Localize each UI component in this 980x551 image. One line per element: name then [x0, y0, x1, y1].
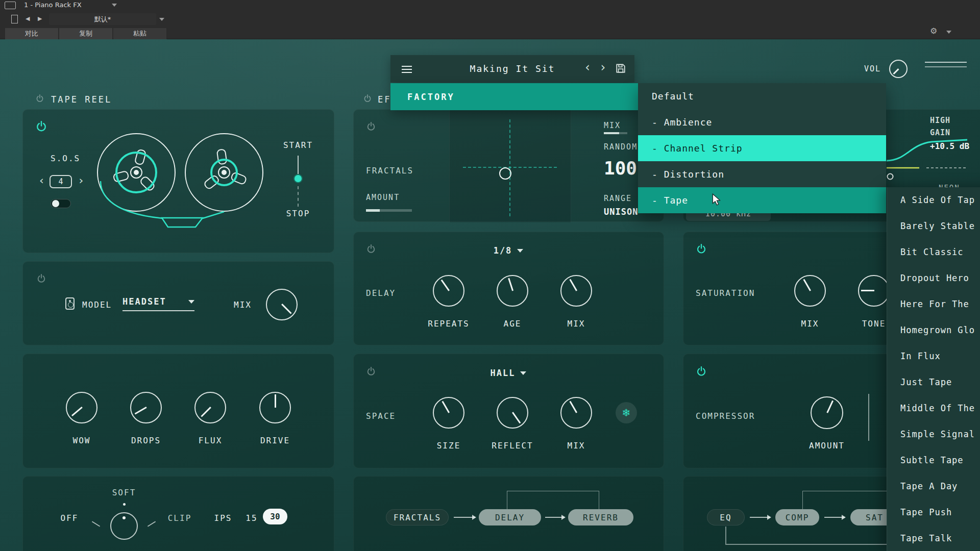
delay-mix-knob[interactable] — [560, 275, 592, 307]
menu-item-ambience[interactable]: - Ambience — [638, 109, 886, 135]
size-label: SIZE — [437, 441, 461, 450]
ips-15-option[interactable]: 15 — [246, 513, 257, 523]
wow-knob[interactable] — [66, 392, 97, 423]
save-icon[interactable] — [615, 63, 626, 74]
fractals-amount-slider[interactable] — [366, 209, 412, 212]
preset-dropdown-arrow-icon[interactable] — [159, 18, 164, 21]
model-value: HEADSET — [122, 296, 166, 307]
age-knob[interactable] — [497, 275, 528, 307]
fractals-mix-slider[interactable] — [604, 132, 627, 134]
submenu-item[interactable]: Homegrown Glo — [887, 317, 980, 343]
chain-eq-label: EQ — [720, 513, 731, 522]
preset-name: 默认* — [94, 15, 111, 24]
submenu-item[interactable]: Tape A Day — [887, 473, 980, 499]
model-mix-label: MIX — [234, 300, 252, 310]
reflect-knob[interactable] — [497, 397, 528, 429]
range-value[interactable]: UNISON — [604, 207, 638, 217]
size-knob[interactable] — [433, 397, 464, 429]
submenu-item[interactable]: Barely Stable — [887, 213, 980, 239]
softclip-knob[interactable] — [110, 512, 138, 540]
chain-eq-pill[interactable]: EQ — [707, 509, 745, 525]
clip-label: CLIP — [168, 513, 192, 523]
model-mix-knob[interactable] — [266, 289, 298, 320]
tape-reel-section-title: TAPE REEL — [51, 94, 112, 105]
flux-knob[interactable] — [194, 392, 226, 423]
submenu-item[interactable]: Simple Signal — [887, 421, 980, 447]
sat-tone-knob[interactable] — [858, 275, 890, 307]
fractals-label: FRACTALS — [366, 166, 413, 176]
effects-routing-card: FRACTALS DELAY REVERB — [353, 476, 664, 551]
chain-comp-pill[interactable]: COMP — [775, 509, 819, 525]
comp-meter — [868, 394, 869, 441]
tape-reels-graphic[interactable] — [23, 110, 335, 254]
submenu-item[interactable]: Subtle Tape — [887, 447, 980, 473]
submenu-item[interactable]: In Flux — [887, 343, 980, 369]
submenu-item[interactable]: Middle Of The — [887, 395, 980, 421]
clip-tick — [148, 521, 156, 527]
menu-category-factory[interactable]: FACTORY — [390, 83, 638, 110]
gear-icon[interactable]: ⚙ — [930, 26, 937, 36]
repeats-knob[interactable] — [433, 275, 464, 307]
ips-30-option[interactable]: 30 — [263, 509, 287, 524]
submenu-item[interactable]: Tape Talk — [887, 525, 980, 551]
sat-mix-knob[interactable] — [794, 275, 826, 307]
menu-item-channel-strip[interactable]: - Channel Strip — [638, 135, 886, 161]
copy-button[interactable]: 复制 — [59, 28, 113, 39]
delay-time-select[interactable]: 1/8 — [480, 245, 536, 256]
effects-power-icon[interactable] — [363, 94, 372, 103]
drops-knob[interactable] — [130, 392, 162, 423]
submenu-item[interactable]: Bit Classic — [887, 239, 980, 265]
saturation-module-power[interactable] — [696, 244, 706, 254]
ips-label: IPS — [214, 513, 232, 523]
chain-comp-label: COMP — [786, 513, 810, 522]
softclip-card: SOFT OFF CLIP IPS 15 30 — [22, 476, 334, 551]
preset-back-button[interactable]: ◀ — [26, 15, 30, 22]
chain-reverb-pill[interactable]: REVERB — [568, 509, 633, 525]
paste-button[interactable]: 粘贴 — [113, 28, 167, 39]
chain-delay-pill[interactable]: DELAY — [479, 509, 541, 525]
menu-item-distortion[interactable]: - Distortion — [638, 161, 886, 187]
model-card: MODEL HEADSET MIX — [22, 261, 334, 345]
xy-crosshair-v — [509, 119, 510, 216]
random-value[interactable]: 100 — [604, 158, 637, 179]
menu-item-default[interactable]: Default — [638, 83, 886, 109]
delay-time-value: 1/8 — [494, 245, 512, 256]
drive-knob[interactable] — [259, 392, 291, 423]
space-module-power[interactable] — [366, 367, 376, 376]
vol-label: VOL — [864, 64, 881, 73]
submenu-item[interactable]: Just Tape — [887, 369, 980, 395]
preset-field[interactable]: 默认* — [49, 13, 156, 25]
prev-preset-button[interactable]: ‹ — [584, 60, 591, 74]
chain-fractals-pill[interactable]: FRACTALS — [386, 509, 449, 525]
document-icon[interactable] — [11, 15, 18, 23]
instance-selector[interactable]: 1 - Piano Rack FX — [24, 1, 82, 9]
transport-track-bottom[interactable] — [298, 186, 299, 207]
compare-button[interactable]: 对比 — [5, 28, 59, 39]
tape-reel-power-icon[interactable] — [36, 94, 44, 103]
freeze-button[interactable]: ❄ — [616, 402, 637, 423]
submenu-item[interactable]: Dropout Hero — [887, 265, 980, 291]
xy-handle[interactable] — [499, 167, 511, 180]
compressor-module-power[interactable] — [696, 366, 706, 377]
submenu-item[interactable]: A Side Of Tap — [887, 187, 980, 213]
submenu-item[interactable]: Tape Push — [887, 499, 980, 525]
fractals-module-power[interactable] — [366, 122, 376, 131]
transport-handle[interactable] — [293, 174, 303, 183]
menu-item-tape[interactable]: - Tape — [638, 187, 886, 213]
host-menu-arrow-icon[interactable] — [946, 31, 951, 34]
submenu-item[interactable]: Here For The — [887, 291, 980, 317]
delay-module-power[interactable] — [366, 244, 376, 254]
model-select[interactable]: HEADSET — [122, 296, 194, 311]
space-mode-select[interactable]: HALL — [475, 368, 542, 378]
preset-forward-button[interactable]: ▶ — [38, 15, 42, 22]
preset-title[interactable]: Making It Sit — [390, 63, 634, 74]
model-module-power[interactable] — [37, 274, 46, 283]
high-gain-value[interactable]: +10.5 dB — [930, 141, 969, 151]
rack-icon — [5, 2, 16, 9]
space-mix-knob[interactable] — [560, 397, 592, 429]
plugin-header: Making It Sit ‹ › — [390, 55, 634, 82]
vol-knob[interactable] — [889, 60, 908, 78]
comp-amount-knob[interactable] — [811, 396, 843, 429]
instance-dropdown-arrow-icon[interactable] — [112, 4, 117, 7]
next-preset-button[interactable]: › — [599, 60, 606, 74]
